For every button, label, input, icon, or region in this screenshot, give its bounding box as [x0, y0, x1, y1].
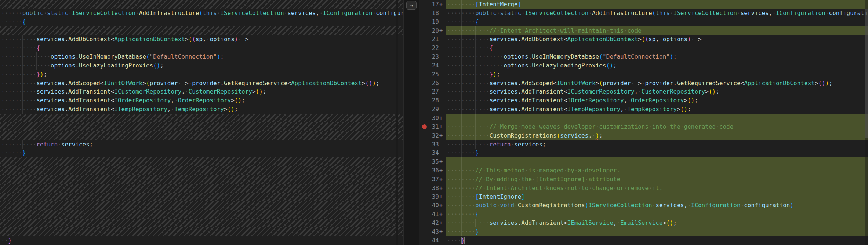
line-number[interactable]: 18 — [429, 9, 439, 18]
code-text[interactable]: ········{ — [446, 210, 868, 219]
line-number[interactable]: 33 — [429, 140, 439, 149]
line-number[interactable]: 44 — [429, 236, 439, 245]
line-number[interactable]: 35 — [429, 157, 439, 166]
glyph-margin[interactable] — [419, 157, 429, 166]
code-text[interactable]: ············CustomRegistrations(services… — [446, 131, 868, 140]
code-text[interactable]: ········public·static·IServiceCollection… — [446, 9, 868, 18]
glyph-margin[interactable] — [419, 96, 429, 105]
code-line[interactable]: ··········services.AddTransient<ICustome… — [0, 87, 403, 96]
code-text[interactable]: ········} — [446, 149, 868, 157]
breakpoint-icon[interactable] — [422, 124, 427, 129]
glyph-margin[interactable] — [419, 87, 429, 96]
code-line[interactable]: 44····} — [419, 236, 868, 245]
line-number[interactable]: 42 — [429, 219, 439, 227]
code-line[interactable]: 29············services.AddTransient<ITem… — [419, 105, 868, 114]
code-line[interactable]: 42+············services.AddTransient<IEm… — [419, 219, 868, 227]
code-text[interactable]: ············services.AddDbContext<Applic… — [446, 35, 868, 44]
glyph-margin[interactable] — [419, 122, 429, 131]
code-text[interactable]: ················options.UseLazyLoadingPr… — [446, 61, 868, 70]
glyph-margin[interactable] — [419, 227, 429, 236]
glyph-margin[interactable] — [419, 236, 429, 245]
code-line[interactable]: 30+ — [419, 114, 868, 122]
code-text[interactable]: ··········services.AddScoped<IUnitOfWork… — [0, 79, 403, 88]
code-line[interactable]: 33············return·services; — [419, 140, 868, 149]
code-line[interactable]: 34········} — [419, 149, 868, 157]
code-line[interactable]: ··········return·services; — [0, 140, 403, 149]
glyph-margin[interactable] — [419, 149, 429, 157]
code-line[interactable]: 17+········[IntentMerge] — [419, 0, 868, 9]
code-line[interactable]: 21············services.AddDbContext<Appl… — [419, 35, 868, 44]
code-text[interactable]: ··········services.AddTransient<IOrderRe… — [0, 96, 403, 105]
code-line[interactable]: 36+········//·This·method·is·managed·by·… — [419, 166, 868, 175]
line-number[interactable]: 19 — [429, 18, 439, 26]
line-number[interactable]: 26 — [429, 79, 439, 88]
line-number[interactable]: 28 — [429, 96, 439, 105]
code-line[interactable]: 20+············//·Intent·Architect·will·… — [419, 26, 868, 35]
line-number[interactable]: 24 — [429, 61, 439, 70]
line-number[interactable]: 43 — [429, 227, 439, 236]
code-text[interactable]: ········[IntentMerge] — [446, 0, 868, 9]
glyph-margin[interactable] — [419, 114, 429, 122]
code-line[interactable]: 31+············//·Merge·mode·weaves·deve… — [419, 122, 868, 131]
code-line[interactable]: 18········public·static·IServiceCollecti… — [419, 9, 868, 18]
glyph-margin[interactable] — [419, 210, 429, 219]
code-text[interactable]: ··} — [0, 236, 403, 245]
code-text[interactable]: ········public·void·CustomRegistrations(… — [446, 201, 868, 210]
code-text[interactable]: ············services.AddScoped<IUnitOfWo… — [446, 79, 868, 88]
code-text[interactable]: ······{ — [0, 18, 403, 26]
revert-arrow-button[interactable]: → — [406, 1, 417, 10]
code-text[interactable]: ········//·By·adding·the·[IntentIgnore]·… — [446, 175, 868, 184]
code-text[interactable]: ········//·This·method·is·managed·by·a·d… — [446, 166, 868, 175]
glyph-margin[interactable] — [419, 184, 429, 193]
line-number[interactable]: 38 — [429, 184, 439, 193]
code-line[interactable]: 41+········{ — [419, 210, 868, 219]
code-text[interactable]: ··········return·services; — [0, 140, 403, 149]
code-text[interactable] — [446, 114, 868, 122]
code-line[interactable]: 39+········[IntentIgnore] — [419, 193, 868, 201]
glyph-margin[interactable] — [419, 52, 429, 61]
line-number[interactable]: 30 — [429, 114, 439, 122]
code-line[interactable]: 23················options.UseInMemoryDat… — [419, 52, 868, 61]
code-line[interactable]: ··········}); — [0, 70, 403, 79]
code-text[interactable]: ··············options.UseInMemoryDatabas… — [0, 52, 403, 61]
code-text[interactable]: ··········{ — [0, 44, 403, 52]
code-line[interactable]: 24················options.UseLazyLoading… — [419, 61, 868, 70]
code-line[interactable]: ······} — [0, 149, 403, 157]
glyph-margin[interactable] — [419, 79, 429, 88]
code-text[interactable]: ················options.UseInMemoryDatab… — [446, 52, 868, 61]
code-line[interactable]: 43+········} — [419, 227, 868, 236]
glyph-margin[interactable] — [419, 44, 429, 52]
code-text[interactable]: ············}); — [446, 70, 868, 79]
code-line[interactable]: ··········{ — [0, 44, 403, 52]
line-number[interactable]: 32 — [429, 131, 439, 140]
glyph-margin[interactable] — [419, 70, 429, 79]
code-text[interactable]: ············//·Merge·mode·weaves·develop… — [446, 122, 868, 131]
glyph-margin[interactable] — [419, 0, 429, 9]
code-line[interactable]: ··········services.AddTransient<IOrderRe… — [0, 96, 403, 105]
code-text[interactable]: ······public·static·IServiceCollection·A… — [0, 9, 403, 18]
diff-sash[interactable]: → — [403, 0, 420, 245]
code-text[interactable]: ····} — [446, 236, 868, 245]
code-text[interactable]: ············{ — [446, 44, 868, 52]
code-line[interactable]: ··} — [0, 236, 403, 245]
code-text[interactable]: ······} — [0, 149, 403, 157]
code-line[interactable]: 35+ — [419, 157, 868, 166]
code-line[interactable]: 38+········//·Intent·Architect·knows·not… — [419, 184, 868, 193]
line-number[interactable]: 17 — [429, 0, 439, 9]
code-text[interactable]: ············services.AddTransient<ITempR… — [446, 105, 868, 114]
line-number[interactable]: 22 — [429, 44, 439, 52]
code-line[interactable]: 27············services.AddTransient<ICus… — [419, 87, 868, 96]
code-text[interactable]: ········{ — [446, 18, 868, 26]
glyph-margin[interactable] — [419, 26, 429, 35]
line-number[interactable]: 41 — [429, 210, 439, 219]
line-number[interactable]: 39 — [429, 193, 439, 201]
code-text[interactable] — [446, 157, 868, 166]
line-number[interactable]: 31 — [429, 122, 439, 131]
code-line[interactable]: 28············services.AddTransient<IOrd… — [419, 96, 868, 105]
code-text[interactable]: ········} — [446, 227, 868, 236]
code-line[interactable]: ··········services.AddTransient<ITempRep… — [0, 105, 403, 114]
code-text[interactable]: ············services.AddTransient<IOrder… — [446, 96, 868, 105]
scrollbar-thumb[interactable] — [865, 9, 868, 138]
code-line[interactable]: ··············options.UseInMemoryDatabas… — [0, 52, 403, 61]
glyph-margin[interactable] — [419, 140, 429, 149]
